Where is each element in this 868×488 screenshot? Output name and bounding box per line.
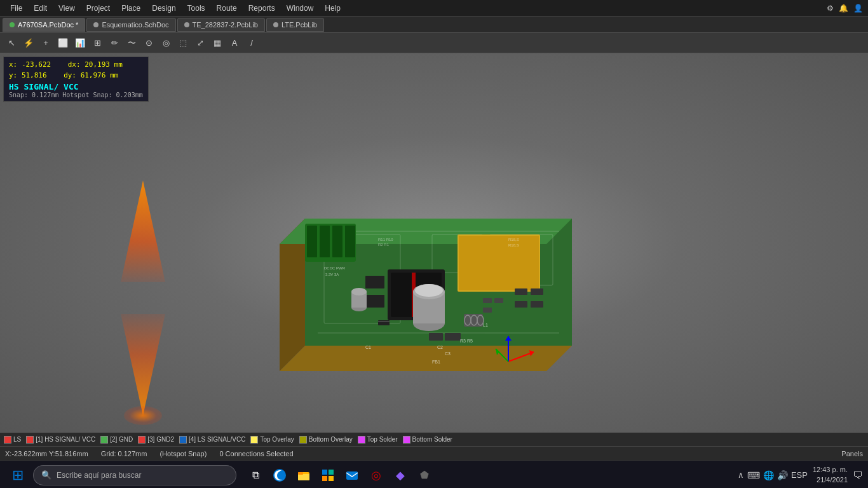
svg-text:R18,S: R18,S (508, 238, 519, 241)
tool-text[interactable]: A (227, 36, 242, 51)
tool-rect-select[interactable]: ⬜ (55, 36, 71, 51)
tab-pcbdoc[interactable]: A7670SA.PcbDoc * (3, 18, 85, 32)
tab-schdoc[interactable]: Esquematico.SchDoc (86, 18, 175, 32)
menu-design[interactable]: Design (147, 3, 180, 14)
menu-edit[interactable]: Edit (29, 3, 52, 14)
store-button[interactable] (316, 464, 339, 487)
svg-text:L1: L1 (483, 323, 488, 327)
layer-gnd2[interactable]: [3] GND2 (138, 436, 174, 444)
tool-via[interactable]: ◎ (158, 36, 173, 51)
taskbar-right: ∧ ⌨ 🌐 🔊 ESP 12:43 p. m. 21/4/2021 🗨 (738, 465, 863, 485)
layer-bottom-overlay-label: Bottom Overlay (309, 436, 353, 443)
app7-button[interactable]: ◆ (389, 464, 412, 487)
tool-select[interactable]: ↖ (4, 36, 19, 51)
layer-bottom-solder[interactable]: Bottom Solder (403, 436, 452, 444)
tool-highlight[interactable]: ⚡ (21, 36, 36, 51)
app8-button[interactable]: ⬟ (413, 464, 436, 487)
svg-rect-32 (483, 298, 492, 303)
settings-icon[interactable]: ⚙ (827, 4, 834, 13)
svg-text:C2: C2 (437, 345, 443, 349)
layer-ls-signal[interactable]: [4] LS SIGNAL/VCC (179, 436, 245, 444)
layer-bottom-overlay-color (299, 436, 307, 444)
y-value: 51,816 (22, 71, 47, 79)
layer-ls[interactable]: LS (4, 436, 21, 444)
menu-route[interactable]: Route (212, 3, 242, 14)
svg-text:C1: C1 (365, 345, 371, 349)
svg-text:DCDC PWR: DCDC PWR (324, 266, 346, 270)
layer-gnd[interactable]: [2] GND (100, 436, 133, 444)
y-label: y: (9, 71, 17, 79)
svg-text:R3 R5: R3 R5 (460, 339, 473, 343)
layer-top-overlay[interactable]: Top Overlay (250, 436, 294, 444)
tab-pcblib2-label: LTE.PcbLib (281, 21, 317, 29)
start-button[interactable]: ⊞ (5, 463, 31, 488)
status-position: X:-23.622mm Y:51.816mm (5, 450, 88, 458)
svg-rect-65 (322, 470, 327, 475)
layer-top-overlay-color (250, 436, 258, 444)
cursor-effect (118, 180, 168, 422)
tool-add[interactable]: + (38, 36, 53, 51)
menu-help[interactable]: Help (320, 3, 346, 14)
user-icon[interactable]: 👤 (853, 4, 863, 13)
file-explorer-button[interactable] (292, 464, 315, 487)
tab-pcblib2[interactable]: LTE.PcbLib (266, 18, 324, 32)
tool-bar-chart[interactable]: 📊 (72, 36, 88, 51)
task-view-button[interactable]: ⧉ (244, 464, 267, 487)
panels-button[interactable]: Panels (841, 450, 863, 458)
tray-volume[interactable]: 🔊 (777, 470, 788, 480)
tab-pcblib1-label: TE_282837-2.PcbLib (193, 21, 258, 29)
tool-zoom-fit[interactable]: ⤢ (193, 36, 208, 51)
coord-display: x: -23,622 dx: 20,193 mm y: 51,816 dy: 6… (3, 57, 149, 102)
tool-grid[interactable]: ⊞ (90, 36, 105, 51)
menu-project[interactable]: Project (81, 3, 115, 14)
menu-view[interactable]: View (53, 3, 80, 14)
menu-tools[interactable]: Tools (182, 3, 210, 14)
menu-file[interactable]: File (5, 3, 27, 14)
orange-bottom-glow (124, 406, 162, 425)
tab-pcblib1-dot (184, 22, 189, 27)
notification-icon[interactable]: 🔔 (839, 4, 848, 13)
menu-reports[interactable]: Reports (243, 3, 280, 14)
signal-name: HS SIGNAL/ VCC (9, 82, 143, 92)
svg-text:R2  R1: R2 R1 (378, 243, 390, 247)
menu-bar: File Edit View Project Place Design Tool… (5, 3, 346, 14)
tool-3d-bar[interactable]: ▦ (210, 36, 225, 51)
coord-x-line: x: -23,622 dx: 20,193 mm (9, 60, 143, 71)
status-snap: (Hotspot Snap) (159, 450, 207, 458)
tool-wave[interactable]: 〜 (124, 36, 139, 51)
layer-bar: LS [1] HS SIGNAL/ VCC [2] GND [3] GND2 [… (0, 432, 868, 446)
layer-top-solder[interactable]: Top Solder (358, 436, 398, 444)
tool-pen[interactable]: ✏ (107, 36, 122, 51)
svg-rect-63 (298, 474, 309, 480)
tray-lang: ESP (791, 470, 808, 480)
snap-info: Snap: 0.127mm Hotspot Snap: 0.203mm (9, 92, 143, 98)
layer-bottom-overlay[interactable]: Bottom Overlay (299, 436, 353, 444)
clock-time: 12:43 p. m. (813, 465, 848, 475)
status-connections: 0 Connections Selected (219, 450, 293, 458)
tray-network[interactable]: 🌐 (763, 470, 774, 480)
tray-chevron[interactable]: ∧ (738, 470, 744, 480)
mail-button[interactable] (341, 464, 363, 487)
menu-place[interactable]: Place (116, 3, 146, 14)
layer-hs-signal[interactable]: [1] HS SIGNAL/ VCC (26, 436, 95, 444)
tool-route[interactable]: ⊙ (141, 36, 156, 51)
svg-text:C3: C3 (445, 351, 451, 356)
tab-pcbdoc-dot (10, 22, 15, 27)
svg-rect-30 (531, 288, 543, 295)
notification-center[interactable]: 🗨 (853, 470, 863, 481)
edge-button[interactable] (268, 464, 291, 487)
layer-ls-signal-label: [4] LS SIGNAL/VCC (189, 436, 245, 443)
app6-button[interactable]: ◎ (365, 464, 388, 487)
tool-line[interactable]: / (244, 36, 259, 51)
clock-date: 21/4/2021 (813, 475, 848, 485)
search-bar[interactable]: 🔍 Escribe aquí para buscar (33, 465, 236, 485)
tool-zoom-area[interactable]: ⬚ (175, 36, 191, 51)
tray-keyboard[interactable]: ⌨ (747, 470, 760, 480)
layer-hs-color (26, 436, 34, 444)
svg-rect-67 (322, 476, 327, 481)
menu-window[interactable]: Window (281, 3, 319, 14)
layer-hs-label: [1] HS SIGNAL/ VCC (36, 436, 95, 443)
tab-pcblib1[interactable]: TE_282837-2.PcbLib (177, 18, 265, 32)
clock[interactable]: 12:43 p. m. 21/4/2021 (813, 465, 848, 485)
tab-pcblib2-dot (273, 22, 278, 27)
